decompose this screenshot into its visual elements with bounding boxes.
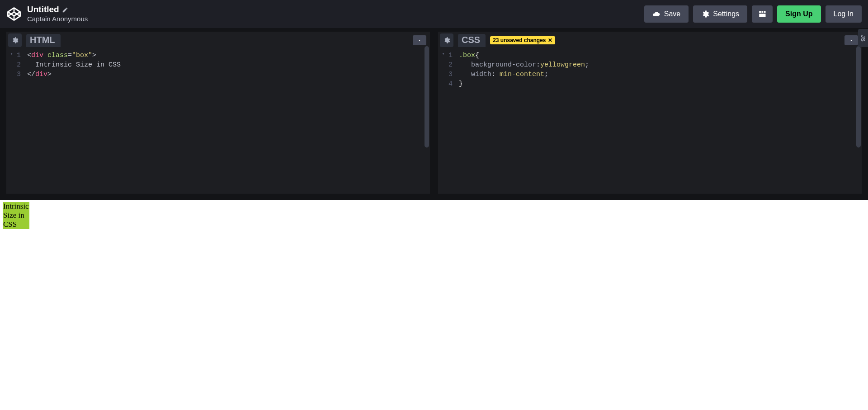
- gear-icon: [701, 10, 709, 18]
- save-label: Save: [664, 10, 680, 18]
- layout-button[interactable]: [752, 5, 773, 23]
- css-dropdown-button[interactable]: [844, 35, 858, 45]
- css-pane: CSS 23 unsaved changes ✕ 1234 .box{ back…: [438, 32, 862, 194]
- html-code-editor[interactable]: 123 <div class="box"> Intrinsic Size in …: [6, 49, 430, 194]
- css-settings-button[interactable]: [440, 33, 453, 47]
- settings-button[interactable]: Settings: [693, 5, 747, 23]
- js-collapsed-tab[interactable]: JS: [858, 29, 868, 47]
- svg-rect-3: [759, 11, 761, 13]
- gear-icon: [11, 37, 19, 44]
- css-pane-title: CSS: [458, 34, 486, 47]
- html-dropdown-button[interactable]: [413, 35, 426, 45]
- html-code: <div class="box"> Intrinsic Size in CSS<…: [24, 49, 430, 194]
- js-tab-label: JS: [860, 35, 866, 42]
- html-pane: HTML 123 <div class="box"> Intrinsic Siz…: [6, 32, 430, 194]
- svg-rect-4: [762, 11, 764, 13]
- close-icon[interactable]: ✕: [548, 37, 552, 43]
- settings-label: Settings: [713, 10, 739, 18]
- css-pane-header: CSS 23 unsaved changes ✕: [438, 32, 862, 49]
- html-scrollbar[interactable]: [425, 46, 429, 191]
- html-pane-title: HTML: [26, 34, 61, 47]
- signup-label: Sign Up: [785, 10, 812, 18]
- app-header: Untitled Captain Anonymous Save Settings…: [0, 0, 868, 28]
- layout-icon: [758, 10, 766, 18]
- login-button[interactable]: Log In: [826, 5, 862, 23]
- css-gutter: 1234: [438, 49, 456, 194]
- css-code: .box{ background-color:yellowgreen; widt…: [456, 49, 862, 194]
- pen-author: Captain Anonymous: [27, 15, 88, 23]
- pen-title-text: Untitled: [27, 5, 59, 14]
- login-label: Log In: [834, 10, 854, 18]
- signup-button[interactable]: Sign Up: [777, 5, 821, 23]
- preview-box: Intrinsic Size in CSS: [3, 202, 29, 229]
- save-button[interactable]: Save: [644, 5, 689, 23]
- codepen-logo-icon: [6, 6, 22, 22]
- html-settings-button[interactable]: [8, 33, 22, 47]
- cloud-icon: [652, 10, 660, 18]
- preview-pane: Intrinsic Size in CSS: [0, 200, 868, 410]
- pen-title[interactable]: Untitled: [27, 5, 88, 14]
- unsaved-changes-text: 23 unsaved changes: [493, 37, 546, 43]
- html-gutter: 123: [6, 49, 24, 194]
- html-pane-header: HTML: [6, 32, 430, 49]
- chevron-down-icon: [849, 38, 854, 43]
- header-left: Untitled Captain Anonymous: [6, 5, 88, 23]
- editors-row: HTML 123 <div class="box"> Intrinsic Siz…: [0, 28, 868, 200]
- css-scrollbar[interactable]: [856, 46, 861, 191]
- title-block: Untitled Captain Anonymous: [27, 5, 88, 23]
- header-right: Save Settings Sign Up Log In: [644, 5, 862, 23]
- svg-rect-6: [759, 14, 765, 17]
- css-code-editor[interactable]: 1234 .box{ background-color:yellowgreen;…: [438, 49, 862, 194]
- gear-icon: [443, 37, 450, 44]
- svg-rect-5: [764, 11, 766, 13]
- chevron-down-icon: [417, 38, 422, 43]
- unsaved-changes-badge: 23 unsaved changes ✕: [490, 36, 555, 44]
- edit-pencil-icon[interactable]: [62, 7, 68, 13]
